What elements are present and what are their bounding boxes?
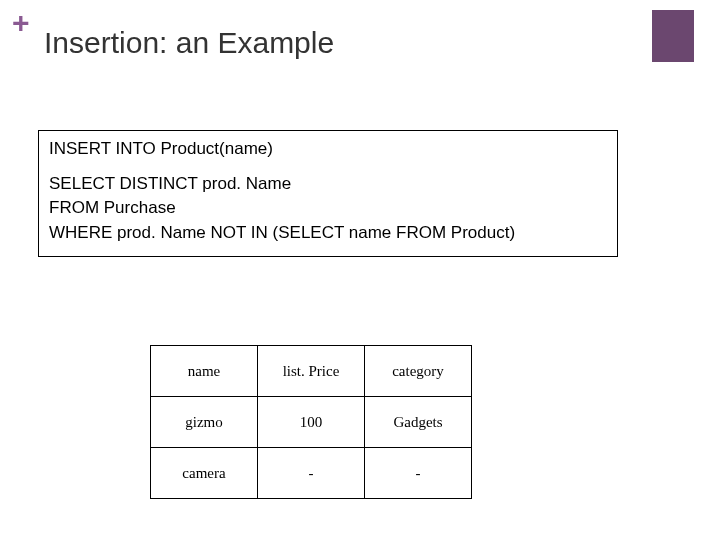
sql-select-line: SELECT DISTINCT prod. Name — [49, 172, 607, 197]
sql-from-line: FROM Purchase — [49, 196, 607, 221]
cell: - — [365, 448, 472, 499]
cell: 100 — [258, 397, 365, 448]
cell: Gadgets — [365, 397, 472, 448]
page-title: Insertion: an Example — [44, 26, 334, 60]
cell: gizmo — [151, 397, 258, 448]
sql-box: INSERT INTO Product(name) SELECT DISTINC… — [38, 130, 618, 257]
table-row: gizmo 100 Gadgets — [151, 397, 472, 448]
plus-icon: + — [12, 8, 30, 38]
sql-insert-line: INSERT INTO Product(name) — [49, 137, 607, 162]
table-header-row: name list. Price category — [151, 346, 472, 397]
sql-where-line: WHERE prod. Name NOT IN (SELECT name FRO… — [49, 221, 607, 246]
col-listprice: list. Price — [258, 346, 365, 397]
cell: camera — [151, 448, 258, 499]
col-name: name — [151, 346, 258, 397]
table-row: camera - - — [151, 448, 472, 499]
cell: - — [258, 448, 365, 499]
side-accent — [652, 10, 694, 62]
col-category: category — [365, 346, 472, 397]
product-table: name list. Price category gizmo 100 Gadg… — [150, 345, 472, 499]
